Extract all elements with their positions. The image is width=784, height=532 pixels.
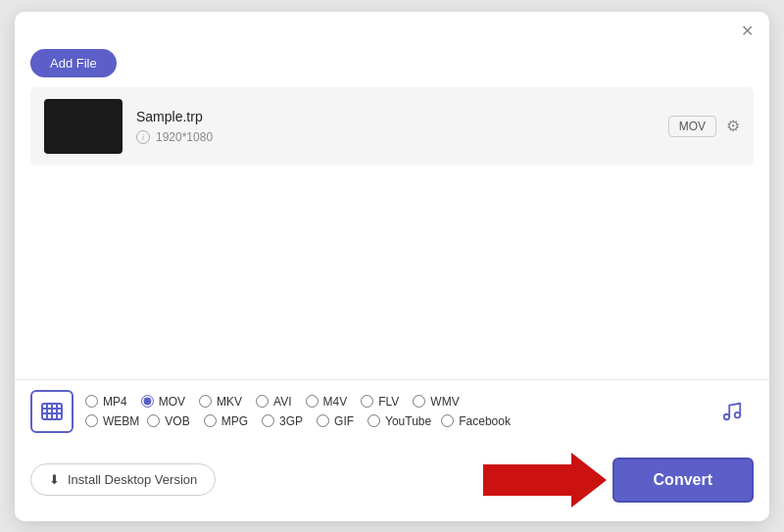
format-mkv[interactable]: MKV	[199, 395, 242, 409]
install-label: Install Desktop Version	[68, 472, 197, 487]
format-badge[interactable]: MOV	[668, 116, 716, 137]
format-mov[interactable]: MOV	[141, 395, 185, 409]
info-icon: i	[136, 130, 150, 144]
format-youtube[interactable]: YouTube	[368, 414, 431, 428]
format-m4v[interactable]: M4V	[306, 395, 348, 409]
main-window: ✕ Add File Sample.trp i 1920*1080 MOV ⚙	[15, 12, 769, 521]
file-meta: i 1920*1080	[136, 130, 655, 144]
arrow-head	[571, 453, 607, 508]
svg-point-6	[724, 413, 730, 419]
format-webm[interactable]: WEBM	[85, 414, 139, 428]
install-desktop-button[interactable]: ⬇ Install Desktop Version	[30, 463, 216, 496]
footer-bar: ⬇ Install Desktop Version Convert	[15, 443, 769, 521]
download-icon: ⬇	[49, 472, 60, 487]
format-vob[interactable]: VOB	[147, 414, 189, 428]
file-info: Sample.trp i 1920*1080	[136, 109, 655, 144]
format-gif[interactable]: GIF	[317, 414, 354, 428]
svg-point-7	[735, 411, 741, 417]
audio-format-tab[interactable]	[710, 390, 754, 433]
file-list: Sample.trp i 1920*1080 MOV ⚙	[15, 87, 769, 233]
format-3gp[interactable]: 3GP	[262, 414, 303, 428]
arrow-tail	[483, 464, 571, 496]
file-thumbnail	[44, 99, 122, 154]
red-arrow	[483, 453, 607, 508]
toolbar: Add File	[15, 45, 769, 87]
format-facebook[interactable]: Facebook	[441, 414, 511, 428]
format-mp4[interactable]: MP4	[85, 395, 127, 409]
format-mpg[interactable]: MPG	[204, 414, 248, 428]
file-actions: MOV ⚙	[668, 116, 740, 137]
add-file-button[interactable]: Add File	[30, 49, 117, 77]
convert-area: Convert	[483, 453, 754, 508]
settings-icon[interactable]: ⚙	[726, 117, 740, 135]
title-bar: ✕	[15, 12, 769, 45]
convert-button[interactable]: Convert	[612, 458, 754, 503]
video-format-tab[interactable]	[30, 390, 74, 433]
format-avi[interactable]: AVI	[256, 395, 291, 409]
file-name: Sample.trp	[136, 109, 655, 124]
format-flv[interactable]: FLV	[361, 395, 399, 409]
close-button[interactable]: ✕	[739, 22, 756, 41]
file-resolution: 1920*1080	[156, 130, 213, 144]
format-wmv[interactable]: WMV	[413, 395, 459, 409]
file-item: Sample.trp i 1920*1080 MOV ⚙	[30, 87, 754, 166]
format-panel: MP4 MOV MKV AVI M4V FLV WM	[15, 379, 769, 443]
